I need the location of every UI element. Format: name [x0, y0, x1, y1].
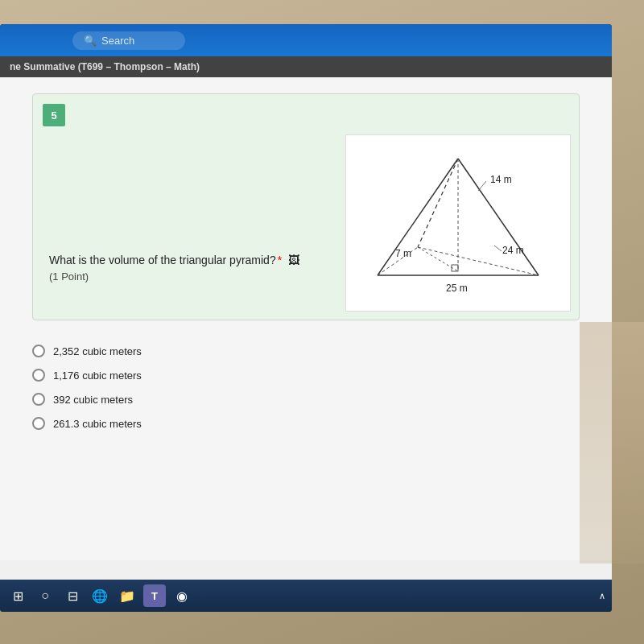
answer-option-4[interactable]: 261.3 cubic meters	[32, 417, 580, 430]
search-bar[interactable]: 🔍 Search	[72, 31, 185, 50]
radio-4[interactable]	[32, 417, 45, 430]
question-body: What is the volume of the triangular pyr…	[33, 126, 579, 320]
question-card: 5 What is the volume of the triangular p…	[32, 93, 580, 320]
bottom-taskbar: ⊞ ○ ⊟ 🌐 📁 T ◉ ∧	[0, 580, 612, 612]
top-taskbar: 🔍 Search	[0, 24, 612, 56]
option-label-1: 2,352 cubic meters	[53, 345, 142, 357]
answer-option-3[interactable]: 392 cubic meters	[32, 393, 580, 406]
app-titlebar: ne Summative (T699 – Thompson – Math)	[0, 56, 612, 77]
svg-text:25 m: 25 m	[446, 283, 468, 294]
pyramid-diagram: 14 m 7 m 24 m 25 m	[345, 134, 571, 312]
teams-icon[interactable]: T	[143, 584, 166, 607]
question-number: 5	[43, 104, 65, 126]
widgets-icon[interactable]: ⊟	[61, 584, 84, 607]
tray-arrow[interactable]: ∧	[599, 591, 605, 601]
svg-text:7 m: 7 m	[395, 248, 411, 259]
question-text-area: What is the volume of the triangular pyr…	[33, 126, 345, 320]
browser-content: ne Summative (T699 – Thompson – Math) 5 …	[0, 56, 612, 580]
svg-line-14	[494, 246, 502, 251]
explorer-icon[interactable]: 📁	[116, 584, 138, 607]
radio-2[interactable]	[32, 369, 45, 382]
radio-1[interactable]	[32, 345, 45, 357]
option-label-3: 392 cubic meters	[53, 394, 133, 406]
radio-3[interactable]	[32, 393, 45, 406]
option-label-2: 1,176 cubic meters	[53, 369, 142, 382]
search-taskbar-icon[interactable]: ○	[34, 584, 56, 607]
answer-option-1[interactable]: 2,352 cubic meters	[32, 345, 580, 357]
point-info: (1 Point)	[49, 269, 329, 285]
pyramid-svg: 14 m 7 m 24 m 25 m	[353, 142, 563, 303]
required-marker: *	[278, 254, 282, 266]
search-label: Search	[101, 35, 134, 47]
chrome-icon[interactable]: ◉	[171, 584, 193, 607]
start-icon[interactable]: ⊞	[6, 584, 29, 607]
svg-text:14 m: 14 m	[490, 174, 512, 185]
svg-line-0	[378, 159, 458, 275]
content-area: 5 What is the volume of the triangular p…	[0, 77, 612, 560]
answer-option-2[interactable]: 1,176 cubic meters	[32, 369, 580, 382]
question-prompt: What is the volume of the triangular pyr…	[49, 252, 329, 285]
app-title: ne Summative (T699 – Thompson – Math)	[10, 61, 200, 72]
question-prompt-text: What is the volume of the triangular pyr…	[49, 254, 276, 266]
answer-options: 2,352 cubic meters 1,176 cubic meters 39…	[32, 336, 580, 430]
svg-line-3	[418, 159, 458, 247]
svg-text:24 m: 24 m	[502, 245, 524, 256]
taskbar-tray: ∧	[599, 591, 605, 601]
search-icon: 🔍	[84, 35, 97, 47]
svg-line-13	[478, 181, 486, 191]
edge-icon[interactable]: 🌐	[89, 584, 111, 607]
laptop-screen: 🔍 Search ne Summative (T699 – Thompson –…	[0, 24, 612, 612]
desk-reflection	[580, 322, 644, 564]
option-label-4: 261.3 cubic meters	[53, 418, 142, 430]
